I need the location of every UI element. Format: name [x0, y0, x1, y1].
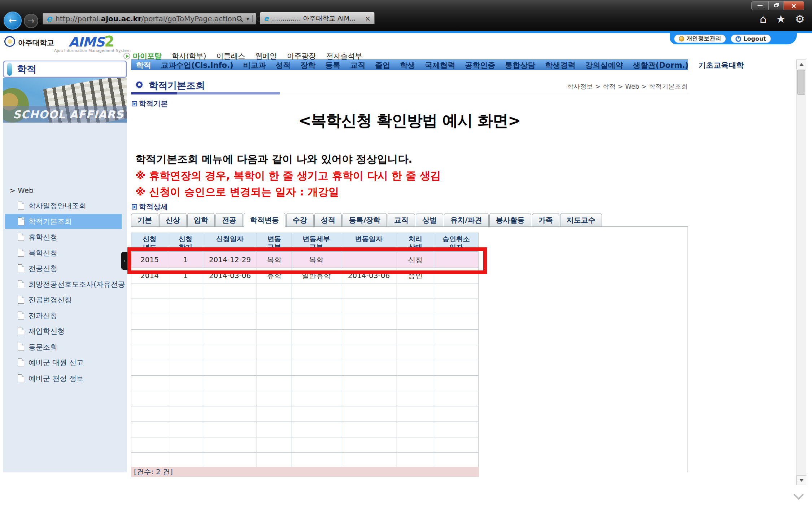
nav-item[interactable]: 학적: [136, 60, 151, 70]
sidebar-item[interactable]: 전공신청: [5, 261, 122, 276]
sidebar-item[interactable]: 예비군 편성 정보: [5, 371, 122, 386]
empty-cell: [397, 422, 434, 437]
empty-cell: [397, 437, 434, 453]
privacy-button[interactable]: 개인정보관리: [674, 35, 726, 43]
empty-cell: [257, 437, 292, 453]
scroll-down-icon: [799, 479, 804, 482]
detail-tab[interactable]: 지도교수: [560, 213, 602, 226]
nav-item[interactable]: 통합상담: [505, 60, 536, 70]
browser-tab[interactable]: e .............. 아주대학교 AIM... ×: [260, 12, 375, 24]
sidebar-item[interactable]: 희망전공선호도조사(자유전공: [5, 277, 122, 292]
home-icon[interactable]: ⌂: [760, 14, 767, 25]
detail-tab[interactable]: 학적변동: [244, 213, 285, 227]
sidebar-item[interactable]: 동문조회: [5, 339, 122, 354]
vertical-scrollbar[interactable]: [796, 59, 806, 485]
detail-tab[interactable]: 봉사활동: [489, 213, 531, 226]
empty-row: [131, 345, 479, 360]
sidebar-tree-root[interactable]: > Web: [9, 186, 34, 195]
nav-item[interactable]: 성적: [276, 60, 291, 70]
empty-cell: [397, 299, 434, 314]
detail-tab[interactable]: 입학: [187, 213, 215, 226]
empty-cell: [257, 345, 292, 360]
nav-item[interactable]: 생활관(Dorm.): [633, 60, 689, 70]
empty-cell: [131, 283, 168, 299]
minimize-button[interactable]: [751, 1, 769, 10]
forward-button[interactable]: →: [24, 14, 38, 28]
university-name: 아주대학교: [18, 38, 54, 48]
detail-tab[interactable]: 등록/장학: [342, 213, 387, 226]
nav-item[interactable]: 장학: [301, 60, 316, 70]
section-label-basic: 학적기본: [132, 99, 168, 109]
close-button[interactable]: ×: [784, 1, 804, 10]
dropdown-icon[interactable]: ▼: [246, 17, 249, 21]
sidebar-item[interactable]: 재입학신청: [5, 323, 122, 339]
sidebar-item[interactable]: 학적기본조회: [5, 214, 122, 229]
empty-row: [131, 406, 479, 422]
sidebar-item-label: 휴학신청: [29, 232, 57, 242]
scroll-down-button[interactable]: [796, 475, 806, 485]
sidebar-item[interactable]: 예비군 대원 신고: [5, 355, 122, 370]
sidebar-item[interactable]: 전공변경신청: [5, 292, 122, 307]
window-controls: ×: [751, 1, 804, 10]
empty-cell: [131, 453, 168, 468]
empty-cell: [341, 437, 397, 453]
nav-item[interactable]: 졸업: [375, 60, 390, 70]
nav-item[interactable]: 학생: [400, 60, 415, 70]
detail-tab[interactable]: 가족: [532, 213, 559, 226]
empty-cell: [203, 437, 257, 453]
empty-cell: [203, 391, 257, 406]
sidebar-item[interactable]: 전과신청: [5, 308, 122, 323]
tab-close-icon[interactable]: ×: [365, 14, 371, 22]
empty-cell: [203, 314, 257, 330]
nav-item[interactable]: 기초교육대학: [698, 60, 744, 70]
empty-row: [131, 299, 479, 314]
detail-tab[interactable]: 수강: [286, 213, 314, 226]
search-icon[interactable]: [236, 16, 243, 22]
note-normal: 학적기본조회 메뉴에 다음과 같이 나와 있어야 정상입니다.: [135, 152, 412, 167]
sidebar-menu-tree: > Web 학사일정안내조회학적기본조회휴학신청복학신청전공신청희망전공선호도조…: [3, 123, 127, 472]
page-icon: [18, 374, 24, 382]
detail-tab[interactable]: 상벌: [416, 213, 443, 226]
restore-button[interactable]: [769, 1, 784, 10]
sidebar-item-label: 희망전공선호도조사(자유전공: [29, 279, 125, 289]
sidebar-item[interactable]: 학사일정안내조회: [5, 198, 122, 213]
column-header-line1: 승인취소: [434, 235, 478, 243]
detail-tab[interactable]: 전공: [215, 213, 243, 226]
empty-cell: [341, 406, 397, 422]
tab-favicon: e: [264, 15, 269, 22]
nav-item[interactable]: 교직: [350, 60, 366, 70]
back-button[interactable]: ←: [4, 12, 22, 30]
scrollbar-thumb[interactable]: [797, 70, 805, 95]
nav-item[interactable]: 교과수업(Cls.Info.): [161, 60, 233, 70]
settings-gear-icon[interactable]: ⚙: [795, 14, 805, 25]
detail-tab[interactable]: 유치/파견: [444, 213, 488, 226]
favorites-star-icon[interactable]: ★: [776, 14, 786, 25]
logout-button[interactable]: Logout: [731, 35, 771, 43]
sidebar-item-label: 전공변경신청: [29, 295, 72, 305]
detail-tab[interactable]: 신상: [159, 213, 187, 226]
main-nav-bar: 학적교과수업(Cls.Info.)비교과성적장학등록교직졸업학생국제협력공학인증…: [131, 59, 688, 70]
empty-cell: [341, 345, 397, 360]
sidebar-item[interactable]: 복학신청: [5, 245, 122, 260]
empty-cell: [292, 422, 341, 437]
address-bar[interactable]: e http://portal.ajou.ac.kr/portal/goToMy…: [43, 13, 256, 25]
nav-item[interactable]: 학생경력: [545, 60, 576, 70]
empty-cell: [168, 345, 203, 360]
section-pill-icon: [7, 63, 12, 76]
sidebar-item-label: 예비군 대원 신고: [29, 358, 84, 367]
sidebar-item[interactable]: 휴학신청: [5, 229, 122, 244]
nav-item[interactable]: 비교과: [243, 60, 266, 70]
nav-item[interactable]: 국제협력: [425, 60, 455, 70]
detail-tab[interactable]: 교직: [388, 213, 415, 226]
detail-tab[interactable]: 기본: [131, 213, 158, 226]
nav-item[interactable]: 공학인증: [465, 60, 496, 70]
breadcrumb: 학사정보 > 학적 > Web > 학적기본조회: [567, 82, 688, 91]
page-icon: [18, 217, 24, 225]
empty-cell: [203, 453, 257, 468]
scroll-up-button[interactable]: [796, 59, 806, 69]
nav-item[interactable]: 등록: [326, 60, 341, 70]
nav-item[interactable]: 강의실예약: [585, 60, 623, 70]
empty-cell: [341, 375, 397, 391]
aims-logo[interactable]: AIMS2: [69, 33, 114, 50]
detail-tab[interactable]: 성적: [314, 213, 342, 226]
